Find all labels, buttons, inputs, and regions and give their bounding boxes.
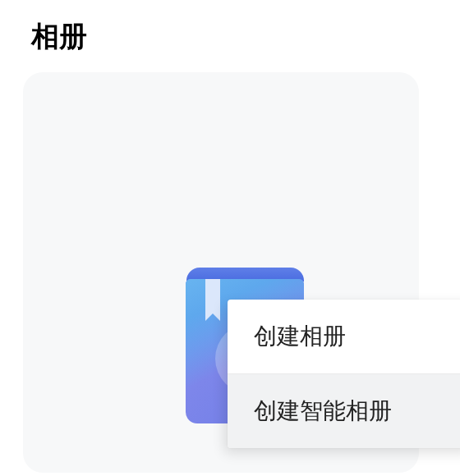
menu-item-label: 创建智能相册 — [254, 396, 392, 427]
create-album-context-menu: 创建相册 创建智能相册 — [228, 300, 460, 448]
menu-item-create-smart-album[interactable]: 创建智能相册 — [228, 374, 460, 448]
menu-item-label: 创建相册 — [254, 321, 346, 352]
page-title: 相册 — [0, 0, 460, 56]
bookmark-icon — [205, 279, 220, 314]
menu-item-create-album[interactable]: 创建相册 — [228, 300, 460, 373]
